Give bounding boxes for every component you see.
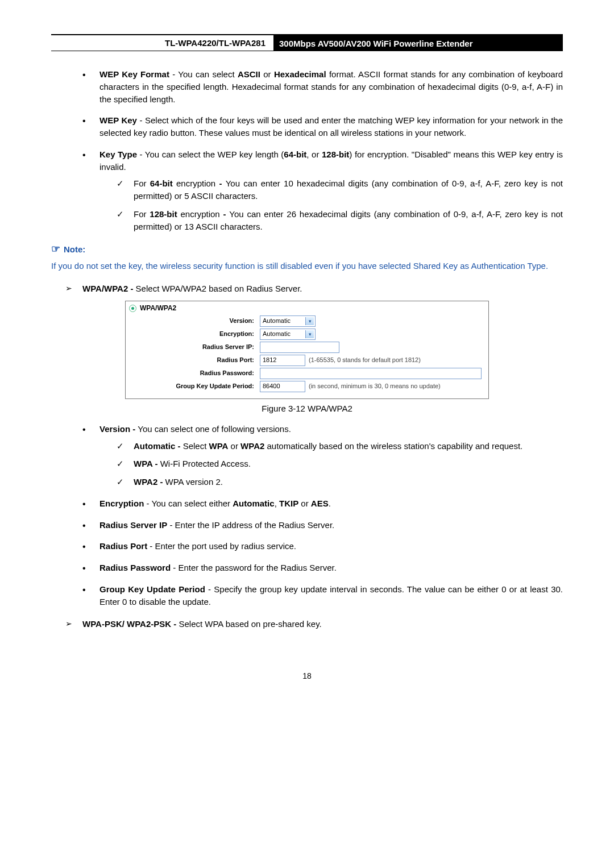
for-128-item: For 128-bit encryption - You can enter 2…	[117, 208, 563, 233]
c: or	[298, 499, 311, 508]
header-product: 300Mbps AV500/AV200 WiFi Powerline Exten…	[273, 35, 563, 51]
row-encryption: Encryption: Automatic ▾	[129, 329, 485, 340]
a: For	[134, 178, 150, 188]
key-type-sub: For 64-bit encryption - You can enter 10…	[117, 177, 563, 232]
wpa-arrow-list: WPA/WPA2 - Select WPA/WPA2 based on Radi…	[65, 283, 563, 295]
wpa-figure: WPA/WPA2 Version: Automatic ▾ Encryption…	[125, 301, 489, 399]
l: Radius Port	[99, 541, 147, 551]
header-bar: TL-WPA4220/TL-WPA281 300Mbps AV500/AV200…	[51, 35, 563, 51]
encryption-value: Automatic	[263, 330, 291, 339]
row-gkup: Group Key Update Period: 86400 (in secon…	[129, 381, 485, 392]
c: encryption	[177, 209, 223, 219]
a: Select	[181, 441, 209, 451]
v: 86400	[263, 382, 280, 391]
radius-password-input[interactable]	[260, 368, 482, 379]
l: Radius Password	[99, 563, 171, 572]
row-version: Version: Automatic ▾	[129, 315, 485, 327]
gkup-hint: (in second, minimum is 30, 0 means no up…	[309, 382, 441, 391]
radius-port-item: Radius Port - Enter the port used by rad…	[82, 540, 563, 553]
a: For	[134, 209, 150, 219]
psk-text: Select WPA based on pre-shared key.	[176, 619, 321, 629]
radius-ip-item: Radius Server IP - Enter the IP address …	[82, 519, 563, 531]
fld: 1812 (1-65535, 0 stands for default port…	[260, 355, 485, 366]
or: or	[260, 69, 274, 79]
wpa-desc-list: Version - You can select one of followin…	[82, 423, 563, 608]
auto-item: Automatic - Select WPA or WPA2 automatic…	[117, 440, 563, 452]
row-radius-ip: Radius Server IP:	[129, 342, 485, 353]
t: WPA version 2.	[163, 477, 223, 487]
wpa2-item: WPA2 - WPA version 2.	[117, 476, 563, 488]
t: You can select one of following versions…	[135, 424, 291, 434]
lbl: Version:	[129, 317, 260, 326]
radius-pw-item: Radius Password - Enter the password for…	[82, 562, 563, 574]
wpa-item: WPA - Wi-Fi Protected Access.	[117, 458, 563, 470]
note-header: ☞Note:	[51, 242, 563, 256]
version-item: Version - You can select one of followin…	[82, 423, 563, 488]
lbl: Group Key Update Period:	[129, 382, 260, 391]
l: Group Key Update Period	[99, 584, 205, 594]
a: - You can select either	[144, 499, 233, 508]
c: encryption	[173, 178, 219, 188]
v: 1812	[263, 356, 276, 365]
radius-ip-input[interactable]	[260, 342, 339, 353]
a: - You can select the WEP key length (	[137, 149, 284, 159]
content: WEP Key Format - You can select ASCII or…	[51, 68, 563, 682]
wep-key-item: WEP Key - Select which of the four keys …	[82, 114, 563, 139]
t: - Select which of the four keys will be …	[99, 115, 563, 138]
auto: Automatic	[233, 499, 274, 508]
b: ,	[275, 499, 279, 508]
fig-title-row: WPA/WPA2	[129, 304, 485, 313]
t: automatically based on the wireless stat…	[264, 441, 522, 451]
fld: 86400 (in second, minimum is 30, 0 means…	[260, 381, 485, 392]
radius-port-input[interactable]: 1812	[260, 355, 305, 366]
w: WPA	[209, 441, 229, 451]
row-radius-port: Radius Port: 1812 (1-65535, 0 stands for…	[129, 355, 485, 366]
wpa-intro-label: WPA/WPA2 -	[82, 284, 133, 293]
ascii: ASCII	[238, 69, 260, 79]
key-type-item: Key Type - You can select the WEP key le…	[82, 148, 563, 233]
version-select[interactable]: Automatic ▾	[260, 315, 316, 327]
lbl: Encryption:	[129, 330, 260, 339]
figure-caption: Figure 3-12 WPA/WPA2	[51, 402, 563, 415]
hex: Hexadecimal	[274, 69, 326, 79]
l: Encryption	[99, 499, 144, 508]
fig-title: WPA/WPA2	[140, 304, 176, 313]
psk-arrow-list: WPA-PSK/ WPA2-PSK - Select WPA based on …	[65, 618, 563, 630]
note-body: If you do not set the key, the wireless …	[51, 260, 563, 272]
for-64-item: For 64-bit encryption - You can enter 10…	[117, 177, 563, 202]
page-root: TL-WPA4220/TL-WPA281 300Mbps AV500/AV200…	[0, 0, 614, 705]
b: 64-bit	[150, 178, 173, 188]
l: WPA -	[134, 459, 158, 468]
note-hand-icon: ☞	[51, 243, 60, 255]
wpa-intro-text: Select WPA/WPA2 based on Radius Server.	[133, 284, 302, 293]
fld: Automatic ▾	[260, 315, 485, 327]
t: - Enter the IP address of the Radius Ser…	[167, 520, 334, 530]
b64: 64-bit	[284, 149, 306, 159]
l: Version -	[99, 424, 135, 434]
gkup-input[interactable]: 86400	[260, 381, 305, 392]
row-radius-pw: Radius Password:	[129, 368, 485, 379]
l: Automatic -	[134, 441, 181, 451]
gkup-item: Group Key Update Period - Specify the gr…	[82, 583, 563, 608]
lbl: Radius Password:	[129, 369, 260, 378]
radio-dot	[131, 307, 134, 310]
page-number: 18	[51, 670, 563, 682]
lbl: Radius Port:	[129, 356, 260, 365]
fld: Automatic ▾	[260, 329, 485, 340]
note-label: Note:	[64, 244, 85, 254]
t: - You can select	[169, 69, 238, 79]
header-model: TL-WPA4220/TL-WPA281	[51, 35, 273, 51]
encryption-item: Encryption - You can select either Autom…	[82, 497, 563, 510]
chevron-down-icon: ▾	[305, 317, 314, 325]
encryption-select[interactable]: Automatic ▾	[260, 329, 316, 340]
t: Wi-Fi Protected Access.	[158, 459, 251, 468]
o: or	[228, 441, 240, 451]
wep-key-format-item: WEP Key Format - You can select ASCII or…	[82, 68, 563, 105]
b: , or	[306, 149, 322, 159]
radio-icon[interactable]	[129, 305, 136, 312]
radius-port-hint: (1-65535, 0 stands for default port 1812…	[309, 356, 421, 365]
wep-key-label: WEP Key	[99, 115, 137, 125]
d: -	[219, 178, 225, 188]
version-sub: Automatic - Select WPA or WPA2 automatic…	[117, 440, 563, 488]
b: 128-bit	[150, 209, 177, 219]
